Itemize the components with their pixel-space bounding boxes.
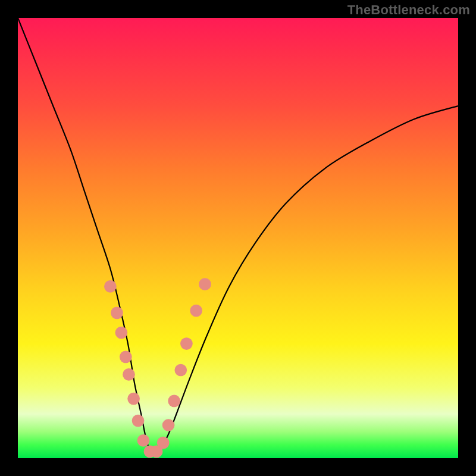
data-point	[174, 364, 187, 377]
data-point	[199, 278, 211, 290]
data-point	[137, 434, 150, 447]
data-point	[157, 437, 170, 449]
data-point	[120, 350, 132, 363]
plot-area	[18, 18, 458, 458]
data-point	[115, 327, 128, 339]
data-point	[123, 368, 135, 381]
data-point	[104, 280, 117, 293]
data-point	[168, 394, 180, 407]
data-point	[132, 415, 145, 427]
data-point	[111, 306, 123, 319]
data-point	[127, 393, 140, 405]
data-point	[190, 305, 202, 317]
data-point-group	[104, 278, 211, 458]
chart-outer-frame: TheBottleneck.com	[0, 0, 476, 476]
watermark-text: TheBottleneck.com	[347, 2, 470, 18]
bottleneck-curve	[18, 18, 458, 451]
curve-layer	[18, 18, 458, 458]
data-point	[162, 419, 175, 431]
data-point	[180, 337, 193, 350]
